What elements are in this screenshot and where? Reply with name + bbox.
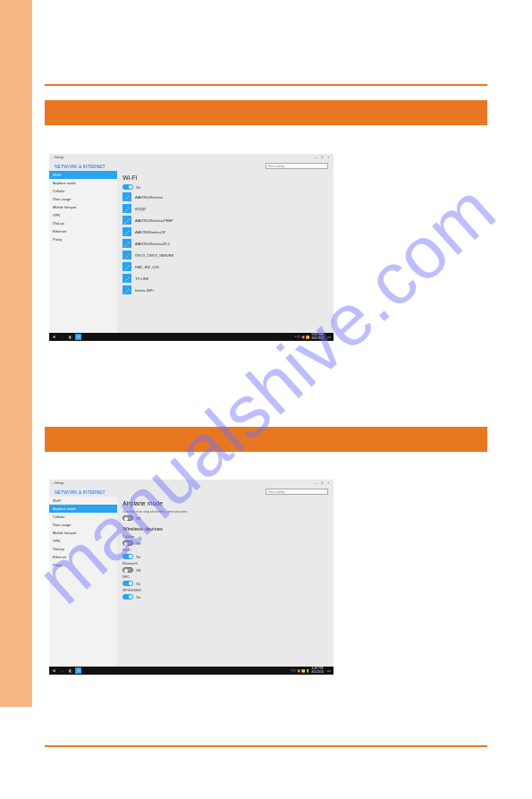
clock-date: 8/3/2016	[311, 336, 324, 340]
taskview-icon[interactable]: ◧	[67, 334, 73, 340]
search-input[interactable]: Find a setting	[266, 163, 328, 169]
wifi-signal-icon: ⋰	[122, 216, 131, 225]
sidebar-item-wi-fi[interactable]: Wi-Fi	[49, 497, 117, 505]
wifi-network-item[interactable]: ⋰AAEON-Wireless-PEAP	[122, 216, 328, 225]
airplane-panel: Airplane mode Turn this on to stop all w…	[117, 497, 334, 667]
search-icon[interactable]: ⌕	[59, 667, 65, 674]
search-icon[interactable]: ⌕	[59, 334, 65, 340]
left-margin-band	[0, 0, 32, 707]
wifi-network-item[interactable]: ⋰科技部	[122, 204, 328, 213]
toggle-state: On	[136, 595, 140, 599]
sidebar-item-data-usage[interactable]: Data usage	[49, 195, 117, 203]
sidebar-item-dial-up[interactable]: Dial-up	[49, 545, 117, 553]
panel-title: Wi-Fi	[122, 174, 328, 181]
clock-date: 8/5/2016	[311, 670, 324, 674]
network-name: TP-LINK	[135, 276, 148, 281]
notification-icon[interactable]: ▭	[325, 334, 332, 340]
device-toggle[interactable]	[122, 594, 133, 599]
wifi-signal-icon: ⋰	[122, 204, 131, 213]
network-name: AAEON-Wireless2F-1	[135, 242, 170, 246]
airplane-toggle[interactable]	[122, 515, 133, 521]
sidebar-item-airplane-mode[interactable]: Airplane mode	[49, 179, 117, 187]
start-icon[interactable]: ⊞	[51, 667, 57, 674]
toggle-state: On	[136, 555, 140, 559]
wifi-network-item[interactable]: ⋰ONYX_ONYX_SERVER	[122, 251, 328, 259]
wifi-signal-icon: ⋰	[122, 192, 131, 201]
sidebar-item-vpn[interactable]: VPN	[49, 537, 117, 545]
window-controls[interactable]: —☐×	[313, 481, 332, 485]
wifi-signal-icon: ⋰	[122, 227, 131, 236]
settings-taskbar-icon[interactable]: ⚙	[75, 334, 81, 340]
taskview-icon[interactable]: ◧	[67, 667, 73, 674]
device-toggle[interactable]	[122, 540, 133, 546]
network-name: AAEONWireless2F	[135, 230, 165, 234]
toggle-label: On	[136, 185, 140, 190]
sidebar-item-airplane-mode[interactable]: Airplane mode	[49, 505, 117, 513]
sidebar-item-cellular[interactable]: Cellular	[49, 187, 117, 195]
notification-icon[interactable]: ▭	[325, 667, 332, 674]
taskbar: ⊞ ⌕ ◧ ⚙ ^ ⬡ 🔇 📶 🔋 4:46 PM8/5/2016 ▭	[49, 667, 334, 675]
toggle-label: Off	[136, 516, 140, 521]
toggle-state: Off	[136, 568, 140, 573]
sidebar-item-ethernet[interactable]: Ethernet	[49, 553, 117, 561]
device-label: Bluetooth	[122, 561, 328, 565]
wifi-network-item[interactable]: ⋰RAD_EW_24G	[122, 262, 328, 271]
network-name: ONYX_ONYX_SERVER	[135, 253, 174, 258]
divider-bottom	[45, 745, 487, 747]
wifi-signal-icon: ⋰	[122, 239, 131, 248]
sidebar-item-wi-fi[interactable]: Wi-Fi	[49, 171, 117, 179]
settings-sidebar: Wi-FiAirplane modeCellularData usageMobi…	[49, 171, 117, 333]
device-toggle[interactable]	[122, 581, 133, 586]
wifi-network-item[interactable]: ⋰fedora-WiFi	[122, 285, 328, 294]
settings-screenshot-wifi: ← Settings —☐× NETWORK & INTERNET Find a…	[49, 154, 334, 330]
wifi-signal-icon: ⋰	[122, 262, 131, 271]
device-label: NFC	[122, 574, 328, 579]
device-label: GPS\GNSS	[122, 588, 328, 592]
sidebar-item-mobile-hotspot[interactable]: Mobile hotspot	[49, 529, 117, 537]
wifi-network-item[interactable]: ⋰AAEONWireless2F	[122, 227, 328, 236]
sidebar-item-vpn[interactable]: VPN	[49, 211, 117, 219]
sidebar-item-dial-up[interactable]: Dial-up	[49, 219, 117, 227]
wifi-panel: Wi-Fi On ⋰AAEON-Wireless⋰科技部⋰AAEON-Wirel…	[117, 171, 334, 333]
wifi-network-item[interactable]: ⋰AAEON-Wireless2F-1	[122, 239, 328, 248]
sidebar-item-proxy[interactable]: Proxy	[49, 561, 117, 569]
nav-back-label[interactable]: ← Settings	[51, 156, 64, 159]
sidebar-item-cellular[interactable]: Cellular	[49, 513, 117, 521]
wifi-network-item[interactable]: ⋰AAEON-Wireless	[122, 192, 328, 201]
sidebar-item-ethernet[interactable]: Ethernet	[49, 227, 117, 235]
device-label: Cellular	[122, 534, 328, 539]
nav-back-label[interactable]: ← Settings	[51, 481, 64, 485]
wifi-toggle[interactable]	[122, 184, 133, 190]
wifi-signal-icon: ⋰	[122, 251, 131, 259]
section-header-2	[45, 427, 487, 452]
wifi-signal-icon: ⋰	[122, 274, 131, 283]
sidebar-item-proxy[interactable]: Proxy	[49, 235, 117, 243]
device-toggle[interactable]	[122, 554, 133, 559]
page-header-title: NETWORK & INTERNET	[55, 489, 106, 495]
sidebar-item-data-usage[interactable]: Data usage	[49, 521, 117, 529]
wireless-devices-title: Wireless devices	[122, 526, 328, 531]
section-header-1	[45, 100, 487, 125]
window-titlebar: ← Settings —☐×	[49, 154, 334, 161]
tray-icons[interactable]: ^ ⬡ 🔇 📶 🔋	[291, 669, 310, 673]
window-titlebar: ← Settings —☐×	[49, 480, 334, 487]
network-name: fedora-WiFi	[135, 288, 154, 293]
search-input[interactable]: Find a setting	[266, 489, 328, 495]
panel-title: Airplane mode	[122, 500, 328, 506]
settings-taskbar-icon[interactable]: ⚙	[75, 667, 81, 674]
network-name: 科技部	[135, 207, 146, 211]
window-controls[interactable]: —☐×	[313, 156, 332, 159]
network-name: RAD_EW_24G	[135, 265, 159, 269]
helper-text: Turn this on to stop all wireless commun…	[122, 510, 328, 514]
device-label: Wi-Fi	[122, 548, 328, 552]
toggle-state: On	[136, 582, 140, 586]
sidebar-item-mobile-hotspot[interactable]: Mobile hotspot	[49, 203, 117, 211]
wifi-network-item[interactable]: ⋰TP-LINK	[122, 274, 328, 283]
settings-screenshot-airplane: ← Settings —☐× NETWORK & INTERNET Find a…	[49, 480, 334, 664]
network-name: AAEON-Wireless	[135, 195, 163, 200]
page-header-title: NETWORK & INTERNET	[55, 164, 106, 169]
device-toggle[interactable]	[122, 567, 133, 573]
start-icon[interactable]: ⊞	[51, 334, 57, 340]
toggle-state: Off	[136, 541, 140, 546]
tray-icons[interactable]: ^ ⬡ 🔇 📶	[295, 336, 310, 339]
